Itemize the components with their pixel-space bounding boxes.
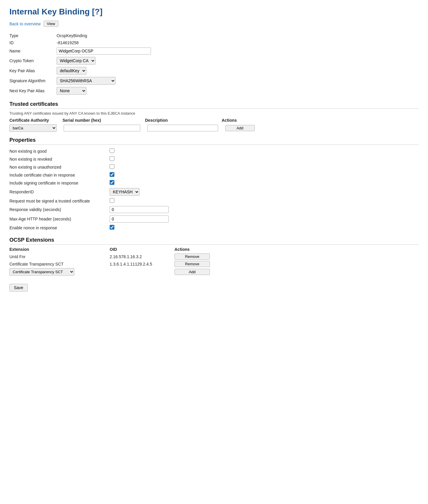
prop-max-age-input[interactable] — [110, 215, 169, 223]
back-row: Back to overview View — [9, 21, 419, 27]
id-row: ID -814619258 — [9, 39, 154, 46]
prop-non-existing-good-checkbox[interactable] — [110, 148, 114, 153]
prop-non-existing-revoked: Non existing is revoked — [9, 155, 172, 163]
save-button[interactable]: Save — [9, 284, 28, 291]
key-pair-alias-select[interactable]: defaultKey — [57, 67, 86, 75]
ocsp-ext-sct-label: Certificate Transparency SCT — [9, 262, 110, 266]
prop-request-signed-label: Request must be signed a trusted certifi… — [9, 197, 110, 205]
prop-include-chain-checkbox[interactable] — [110, 172, 114, 177]
ocsp-ext-row-sct: Certificate Transparency SCT 1.3.6.1.4.1… — [9, 261, 419, 267]
prop-non-existing-unauthorized-label: Non existing is unauthorized — [9, 163, 110, 171]
ocsp-ext-row-unid: UnId Fnr 2.16.578.1.16.3.2 Remove — [9, 253, 419, 260]
crypto-token-select[interactable]: WidgetCorp CA — [57, 57, 96, 65]
ocsp-ext-sct-remove-button[interactable]: Remove — [175, 261, 210, 267]
ocsp-ext-unid-remove-button[interactable]: Remove — [175, 253, 210, 260]
basic-fields-table: Type OcspKeyBinding ID -814619258 Name C… — [9, 32, 154, 96]
serial-number-input[interactable] — [64, 125, 140, 131]
prop-include-signing-label: Include signing certificate in response — [9, 179, 110, 187]
properties-table: Non existing is good Non existing is rev… — [9, 147, 172, 232]
signature-algorithm-row: Signature Algorithm SHA256WithRSA SHA384… — [9, 76, 154, 86]
type-label: Type — [9, 32, 57, 39]
prop-max-age: Max-Age HTTP header (seconds) — [9, 214, 172, 224]
prop-include-signing-checkbox[interactable] — [110, 180, 114, 185]
page-title: Internal Key Binding [?] — [9, 7, 419, 17]
id-label: ID — [9, 39, 57, 46]
prop-enable-nonce-checkbox[interactable] — [110, 225, 114, 230]
ocsp-ext-add-row: Certificate Transparency SCT UnId Fnr Ad… — [9, 268, 419, 276]
prop-response-validity-label: Response validity (seconds) — [9, 205, 110, 214]
trusted-certificates-input-row: barCa Add — [9, 124, 419, 132]
prop-non-existing-revoked-checkbox[interactable] — [110, 156, 114, 161]
id-value: -814619258 — [57, 39, 154, 46]
prop-non-existing-good-label: Non existing is good — [9, 147, 110, 155]
prop-request-signed-checkbox[interactable] — [110, 198, 114, 203]
type-row: Type OcspKeyBinding — [9, 32, 154, 39]
key-pair-alias-row: Key Pair Alias defaultKey — [9, 66, 154, 76]
prop-non-existing-revoked-label: Non existing is revoked — [9, 155, 110, 163]
trusted-add-button[interactable]: Add — [225, 125, 255, 131]
name-row: Name — [9, 46, 154, 56]
trusted-certificates-header: Certificate Authority Serial number (hex… — [9, 118, 419, 123]
name-label: Name — [9, 46, 57, 56]
crypto-token-label: Crypto Token — [9, 56, 57, 66]
ocsp-ext-unid-oid: 2.16.578.1.16.3.2 — [110, 254, 175, 259]
col-desc-header: Description — [145, 118, 222, 123]
description-input[interactable] — [147, 125, 218, 131]
type-value: OcspKeyBinding — [57, 32, 154, 39]
key-pair-alias-label: Key Pair Alias — [9, 66, 57, 76]
prop-response-validity: Response validity (seconds) — [9, 205, 172, 214]
responder-id-select[interactable]: KEYHASH NAME — [110, 188, 139, 196]
next-key-pair-alias-row: Next Key Pair Alias None defaultKey — [9, 86, 154, 96]
ca-select[interactable]: barCa — [9, 124, 57, 132]
ocsp-col-actions: Actions — [175, 247, 210, 252]
ocsp-ext-add-select[interactable]: Certificate Transparency SCT UnId Fnr — [9, 268, 74, 276]
prop-include-chain: Include certificate chain in response — [9, 171, 172, 179]
ocsp-ext-add-button[interactable]: Add — [175, 269, 210, 275]
ocsp-extensions-header: Extension OID Actions — [9, 247, 419, 252]
prop-response-validity-input[interactable] — [110, 206, 169, 213]
next-key-pair-alias-select[interactable]: None defaultKey — [57, 87, 86, 95]
ocsp-col-oid: OID — [110, 247, 175, 252]
prop-include-chain-label: Include certificate chain in response — [9, 171, 110, 179]
ocsp-ext-sct-oid: 1.3.6.1.4.1.11129.2.4.5 — [110, 262, 175, 266]
col-actions-header: Actions — [222, 118, 251, 123]
prop-non-existing-unauthorized-checkbox[interactable] — [110, 164, 114, 169]
col-ca-header: Certificate Authority — [9, 118, 62, 123]
prop-responder-id-label: ResponderID — [9, 187, 110, 197]
ocsp-extensions-section: OCSP Extensions Extension OID Actions Un… — [9, 237, 419, 276]
next-key-pair-alias-label: Next Key Pair Alias — [9, 86, 57, 96]
view-button[interactable]: View — [44, 21, 58, 27]
properties-title: Properties — [9, 137, 419, 145]
name-input[interactable] — [57, 47, 151, 55]
trusted-certificates-section: Trusted certificates Trusting ANY certif… — [9, 101, 419, 132]
col-serial-header: Serial number (hex) — [62, 118, 145, 123]
trusted-certificates-title: Trusted certificates — [9, 101, 419, 109]
back-to-overview-link[interactable]: Back to overview — [9, 22, 41, 26]
signature-algorithm-select[interactable]: SHA256WithRSA SHA384WithRSA SHA512WithRS… — [57, 77, 116, 85]
prop-responder-id: ResponderID KEYHASH NAME — [9, 187, 172, 197]
prop-non-existing-unauthorized: Non existing is unauthorized — [9, 163, 172, 171]
prop-enable-nonce: Enable nonce in response — [9, 224, 172, 232]
ocsp-ext-unid-label: UnId Fnr — [9, 254, 110, 259]
ocsp-extensions-title: OCSP Extensions — [9, 237, 419, 245]
prop-include-signing: Include signing certificate in response — [9, 179, 172, 187]
properties-section: Properties Non existing is good Non exis… — [9, 137, 419, 232]
prop-request-signed: Request must be signed a trusted certifi… — [9, 197, 172, 205]
ocsp-col-extension: Extension — [9, 247, 110, 252]
trusted-certificates-desc: Trusting ANY certificates issued by ANY … — [9, 111, 419, 116]
prop-max-age-label: Max-Age HTTP header (seconds) — [9, 214, 110, 224]
prop-enable-nonce-label: Enable nonce in response — [9, 224, 110, 232]
prop-non-existing-good: Non existing is good — [9, 147, 172, 155]
signature-algorithm-label: Signature Algorithm — [9, 76, 57, 86]
crypto-token-row: Crypto Token WidgetCorp CA — [9, 56, 154, 66]
